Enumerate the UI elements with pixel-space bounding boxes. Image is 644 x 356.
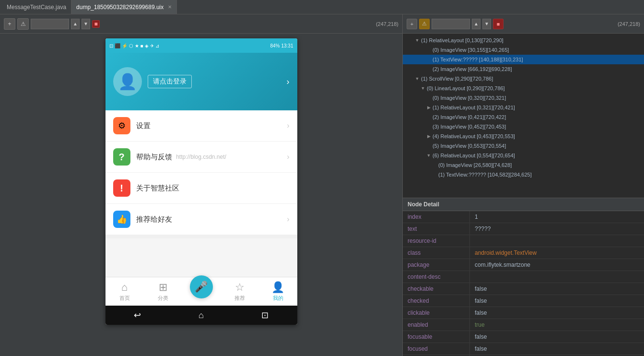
tree-item[interactable]: (0) ImageView [30,155][140,265] <box>403 45 644 55</box>
mic-button[interactable]: 🎤 <box>190 275 213 298</box>
tree-item[interactable]: ▼(1) RelativeLayout [0,130][720,290] <box>403 36 644 45</box>
phone-toolbar-coord: (247,218) <box>376 21 398 27</box>
tree-item[interactable]: (0) ImageView [26,580][74,628] <box>403 160 644 170</box>
tree-item-label: (1) ScrollView [0,290][720,786] <box>420 74 493 83</box>
detail-value: false <box>470 331 644 343</box>
nav-item-mine[interactable]: 👤 我的 <box>259 281 297 302</box>
tab-close-icon[interactable]: ✕ <box>168 4 172 10</box>
tree-area[interactable]: ▼(1) RelativeLayout [0,130][720,290](0) … <box>403 34 644 198</box>
tree-item[interactable]: (0) ImageView [0,320][720,321] <box>403 93 644 103</box>
tree-item[interactable]: (2) ImageView [0,421][720,422] <box>403 112 644 122</box>
detail-row: focusablefalse <box>403 331 644 343</box>
help-icon: ? <box>113 148 130 166</box>
login-btn-area: 请点击登录 <box>148 75 192 88</box>
menu-item-help[interactable]: ? 帮助与反馈 http://blog.csdn.net/ › <box>105 142 297 173</box>
status-icon-sim: ⊡ <box>109 43 113 48</box>
tree-close-btn[interactable]: ■ <box>493 19 503 29</box>
tree-item-label: (0) ImageView [0,320][720,321] <box>432 94 506 102</box>
tree-item[interactable]: ▶(4) RelativeLayout [0,453][720,553] <box>403 131 644 141</box>
detail-value: false <box>470 343 644 355</box>
back-button[interactable]: ↩ <box>134 310 141 320</box>
detail-value: com.iflytek.smartzone <box>470 259 644 271</box>
system-bar: ↩ ⌂ ⊡ <box>105 306 297 325</box>
tree-item[interactable]: (3) ImageView [0,452][720,453] <box>403 122 644 131</box>
tree-item-label: (1) RelativeLayout [0,130][720,290] <box>420 36 503 45</box>
tree-down-btn[interactable]: ▼ <box>482 19 491 29</box>
tree-toggle-icon[interactable]: ▼ <box>414 36 420 45</box>
recommend-icon: 👍 <box>113 211 130 228</box>
toolbar-search-input[interactable] <box>31 19 69 29</box>
toolbar-down-btn[interactable]: ▼ <box>82 19 90 29</box>
recommend-nav-icon: ☆ <box>235 281 245 294</box>
mine-icon: 👤 <box>271 281 284 294</box>
profile-header[interactable]: 👤 请点击登录 › <box>105 53 297 110</box>
toolbar-up-btn[interactable]: ▲ <box>71 19 80 29</box>
login-text[interactable]: 请点击登录 <box>148 75 192 88</box>
tree-item-label: (1) RelativeLayout [0,321][720,421] <box>432 103 515 112</box>
tree-item[interactable]: ▼(0) LinearLayout [0,290][720,786] <box>403 83 644 93</box>
node-detail-header: Node Detail <box>403 198 644 211</box>
tree-item[interactable]: (5) ImageView [0,553][720,554] <box>403 141 644 151</box>
detail-value <box>470 271 644 283</box>
about-icon: ! <box>113 179 130 197</box>
status-icon-wifi: ◈ <box>145 43 149 48</box>
tree-search-input[interactable] <box>432 19 470 29</box>
phone-screen: ⊡ ⬛ ⚡ ⬡ ★ ■ ◈ ✈ ⊿ 84% 13:31 <box>105 38 297 325</box>
avatar: 👤 <box>113 67 142 96</box>
status-icons-right: 84% 13:31 <box>270 43 293 48</box>
nav-item-home[interactable]: ⌂ 首页 <box>105 281 144 302</box>
nav-item-mic[interactable]: 🎤 <box>182 285 221 298</box>
tree-toggle-icon[interactable]: ▼ <box>414 74 420 83</box>
status-icon-nfc: ⬛ <box>115 43 120 48</box>
tree-item[interactable]: ▼(1) ScrollView [0,290][720,786] <box>403 74 644 83</box>
tree-warn-btn[interactable]: ⚠ <box>419 19 430 29</box>
home-button[interactable]: ⌂ <box>199 310 204 320</box>
tab-java[interactable]: MessageTestCase.java <box>2 0 71 14</box>
menu-item-recommend[interactable]: 👍 推荐给好友 › <box>105 204 297 235</box>
toolbar-btn-close[interactable]: ■ <box>92 20 100 28</box>
battery-level: 84% <box>270 43 280 48</box>
tree-expand-btn[interactable]: + <box>407 19 417 29</box>
category-icon: ⊞ <box>159 281 167 294</box>
menu-item-about[interactable]: ! 关于智慧社区 <box>105 173 297 204</box>
toolbar-btn-plus[interactable]: + <box>4 18 15 30</box>
tree-toggle-icon[interactable]: ▶ <box>426 103 432 112</box>
help-arrow-icon: › <box>287 153 289 161</box>
menu-section: ⚙ 设置 › ? 帮助与反馈 http://blog.csdn.net/ › !… <box>105 110 297 235</box>
detail-row: checkablefalse <box>403 283 644 295</box>
nav-item-category[interactable]: ⊞ 分类 <box>144 281 182 302</box>
tree-toggle-icon[interactable]: ▶ <box>426 132 432 141</box>
tree-toggle-icon[interactable]: ▼ <box>420 84 426 93</box>
status-icon-data: ⊿ <box>155 43 159 48</box>
detail-value: 1 <box>470 211 644 223</box>
toolbar-btn-warn[interactable]: ⚠ <box>17 18 29 30</box>
nav-item-recommend-nav[interactable]: ☆ 推荐 <box>221 281 259 302</box>
detail-key: checkable <box>403 283 470 295</box>
tab-uix[interactable]: dump_1850950328292699689.uix ✕ <box>71 0 177 14</box>
tree-item[interactable]: (2) ImageView [666,192][690,228] <box>403 64 644 74</box>
tree-coord: (247,218) <box>618 21 640 27</box>
status-icons-left: ⊡ ⬛ ⚡ ⬡ ★ ■ ◈ ✈ ⊿ <box>109 43 159 48</box>
content-spacer <box>105 238 297 277</box>
about-label: 关于智慧社区 <box>136 184 290 193</box>
detail-key: focusable <box>403 331 470 343</box>
tab-uix-label: dump_1850950328292699689.uix <box>76 4 164 11</box>
settings-arrow-icon: › <box>287 121 289 130</box>
tree-item[interactable]: ▶(1) RelativeLayout [0,321][720,421] <box>403 103 644 112</box>
tree-item[interactable]: (1) TextView:????? [140,188][310,231] <box>403 55 644 64</box>
tree-item[interactable]: (1) TextView:?????? [104,582][284,625] <box>403 170 644 179</box>
menu-item-settings[interactable]: ⚙ 设置 › <box>105 110 297 142</box>
watermark-text: http://blog.csdn.net/ <box>176 154 226 160</box>
tree-up-btn[interactable]: ▲ <box>472 19 480 29</box>
tree-toolbar: + ⚠ ▲ ▼ ■ (247,218) <box>403 14 644 34</box>
phone-screen-area: ⊡ ⬛ ⚡ ⬡ ★ ■ ◈ ✈ ⊿ 84% 13:31 <box>0 34 402 356</box>
home-label: 首页 <box>119 295 130 302</box>
tab-bar: MessageTestCase.java dump_18509503282926… <box>0 0 644 14</box>
tab-java-label: MessageTestCase.java <box>7 4 66 11</box>
time-display: 13:31 <box>281 43 293 48</box>
tree-item[interactable]: ▼(6) RelativeLayout [0,554][720,654] <box>403 151 644 160</box>
tree-toggle-icon[interactable]: ▼ <box>426 151 432 160</box>
avatar-icon: 👤 <box>118 72 137 91</box>
recents-button[interactable]: ⊡ <box>261 310 269 320</box>
detail-key: class <box>403 247 470 259</box>
